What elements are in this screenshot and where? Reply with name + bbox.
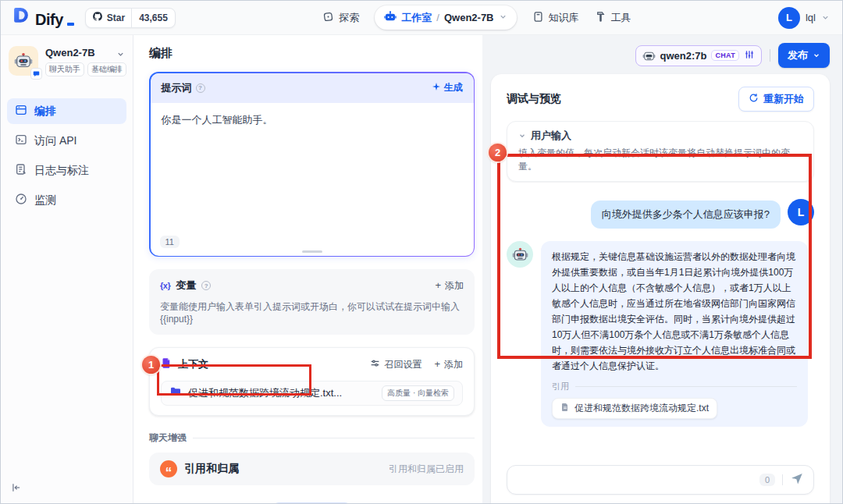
bot-message-row: 根据规定，关键信息基础设施运营者以外的数据处理者向境外提供重要数据，或自当年1月… (507, 241, 814, 427)
sidebar-item-label: 监测 (34, 193, 56, 208)
user-input-description: 填入变量的值，每次启动新会话时该变量将自动替换提示词中的变量。 (518, 147, 802, 173)
robot-emoji-icon (14, 51, 33, 70)
orchestrate-icon (15, 104, 27, 119)
top-bar: Dify Star 43,655 探索 (1, 1, 842, 35)
star-label: Star (107, 12, 125, 23)
model-robot-icon (642, 49, 656, 62)
logo-wordmark: Dify (35, 10, 63, 29)
user-avatar[interactable]: L (778, 7, 800, 29)
generate-label: 生成 (444, 81, 463, 94)
recall-settings-button[interactable]: 召回设置 (370, 358, 422, 371)
sidebar-nav: 编排 访问 API 日志与标注 (7, 98, 126, 213)
prompt-card: 提示词 ? 生成 你是一个人工智能助手。 11 (149, 72, 475, 257)
prompt-char-count: 11 (160, 236, 180, 248)
sidebar-item-logs[interactable]: 日志与标注 (7, 158, 126, 183)
chevron-down-icon (813, 51, 820, 59)
chat-input[interactable]: 0 (507, 465, 814, 495)
sidebar-item-api[interactable]: 访问 API (7, 128, 126, 154)
recall-settings-label: 召回设置 (384, 358, 422, 371)
quote-icon: “ (160, 460, 177, 477)
nav-separator: / (436, 12, 439, 23)
help-icon[interactable]: ? (201, 281, 211, 290)
bot-avatar (507, 241, 533, 268)
citation-feature-card: “ 引用和归属 引用和归属已启用 (149, 453, 475, 485)
nav-explore[interactable]: 探索 (322, 11, 359, 25)
page-title: 编排 (149, 46, 475, 61)
dataset-mode-badge: 高质量 · 向量检索 (382, 385, 454, 401)
collapse-sidebar-icon[interactable] (11, 482, 22, 496)
context-card: 上下文 召回设置 + 添加 (149, 347, 475, 416)
app-tag-mode: 聊天助手 (45, 62, 84, 76)
nav-current-app[interactable]: Qwen2-7B (444, 12, 494, 23)
nav-tools[interactable]: 工具 (595, 11, 631, 25)
plus-icon: + (434, 360, 440, 368)
dataset-file-name: 促进和规范数据跨境流动规定.txt... (188, 386, 375, 400)
chat-enhance-section-label: 聊天增强 (149, 431, 475, 445)
nav-tools-label: 工具 (611, 11, 631, 25)
dify-logo-icon (12, 6, 31, 29)
chevron-down-icon (518, 132, 526, 140)
logs-icon (15, 163, 27, 178)
debug-panel: qwen2:7b CHAT 发布 调试与预览 (482, 35, 842, 504)
add-variable-button[interactable]: + 添加 (435, 279, 464, 293)
sparkle-icon (432, 82, 441, 94)
bot-message-text: 根据规定，关键信息基础设施运营者以外的数据处理者向境外提供重要数据，或自当年1月… (552, 249, 797, 374)
folder-icon (169, 385, 182, 401)
chat-area: 向境外提供多少条个人信息应该申报? L (507, 199, 814, 427)
dify-logo[interactable]: Dify (12, 6, 74, 29)
variables-description: 变量能使用户输入表单引入提示词或开场白，你可以试试在提示词中输入 {{input… (160, 300, 464, 325)
app-info-card[interactable]: Qwen2-7B 聊天助手 基础编排 (7, 44, 126, 78)
main-nav: 探索 工作室 / Qwen2-7B 知识库 (322, 5, 631, 30)
nav-explore-label: 探索 (339, 11, 359, 25)
dify-app-window: Dify Star 43,655 探索 (0, 0, 843, 504)
prompt-editor[interactable]: 你是一个人工智能助手。 (151, 103, 474, 256)
citation-section-label: 引用 (552, 381, 797, 392)
model-name: qwen2:7b (660, 50, 707, 62)
monitor-icon (15, 193, 27, 208)
explore-icon (322, 11, 334, 25)
app-sidebar: Qwen2-7B 聊天助手 基础编排 编排 (1, 35, 133, 504)
prompt-title: 提示词 (162, 81, 192, 95)
add-context-button[interactable]: + 添加 (434, 358, 463, 371)
citation-feature-status: 引用和归属已启用 (389, 463, 464, 476)
resize-handle[interactable] (302, 250, 322, 253)
nav-knowledge[interactable]: 知识库 (532, 11, 579, 25)
nav-studio-label[interactable]: 工作室 (401, 11, 432, 25)
publish-button[interactable]: 发布 (778, 43, 830, 68)
variables-icon: {x} (160, 281, 170, 290)
debug-title: 调试与预览 (507, 92, 561, 106)
restart-button[interactable]: 重新开始 (738, 87, 814, 112)
citation-file-pill[interactable]: 促进和规范数据跨境流动规定.txt (552, 398, 717, 419)
user-input-toggle[interactable]: 用户输入 (518, 129, 802, 143)
knowledge-icon (532, 11, 544, 25)
restart-label: 重新开始 (763, 92, 804, 106)
app-type-badge-icon (30, 68, 42, 80)
context-dataset-row[interactable]: 促进和规范数据跨境流动规定.txt... 高质量 · 向量检索 (161, 381, 463, 406)
context-icon (161, 357, 173, 371)
nav-studio-app-pill[interactable]: 工作室 / Qwen2-7B (375, 5, 516, 30)
generate-button[interactable]: 生成 (432, 81, 463, 94)
publish-label: 发布 (788, 48, 808, 62)
variables-card: {x} 变量 ? + 添加 变量能使用户输入表单引入提示词或开场白，你可以试试在… (149, 269, 475, 335)
chevron-down-icon[interactable] (116, 48, 125, 62)
help-icon[interactable]: ? (196, 83, 205, 93)
debug-preview-card: 调试与预览 重新开始 用户输入 填入变量的值，每次启动新会话时该变量将自动替换提… (491, 74, 830, 504)
user-input-title: 用户输入 (531, 129, 571, 143)
send-icon[interactable] (790, 471, 804, 488)
github-star-badge[interactable]: Star 43,655 (85, 8, 176, 28)
variables-title: 变量 (176, 279, 196, 293)
account-menu[interactable]: L lql (778, 7, 830, 29)
tune-icon[interactable] (744, 49, 755, 62)
github-icon (92, 11, 103, 24)
sidebar-item-orchestrate[interactable]: 编排 (7, 98, 126, 124)
annotation-step-1: 1 (142, 356, 160, 374)
sidebar-app-name: Qwen2-7B (45, 47, 125, 59)
api-icon (15, 133, 27, 148)
model-selector[interactable]: qwen2:7b CHAT (635, 45, 763, 66)
user-message-row: 向境外提供多少条个人信息应该申报? L (507, 199, 814, 229)
sidebar-item-monitor[interactable]: 监测 (7, 187, 126, 213)
plus-icon: + (435, 282, 441, 289)
app-avatar (9, 46, 38, 76)
file-icon (560, 403, 570, 414)
studio-robot-icon (384, 10, 397, 25)
